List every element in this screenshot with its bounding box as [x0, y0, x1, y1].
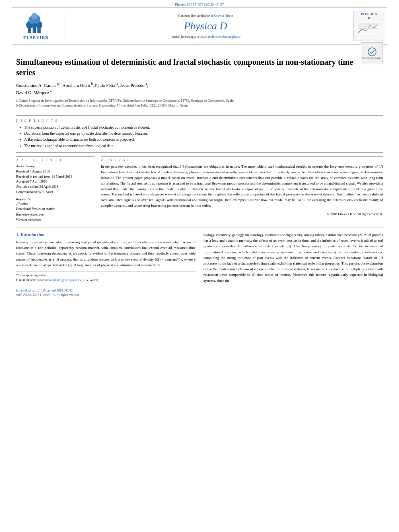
highlight-item-4: The method is applied to economic and ph… [19, 143, 383, 149]
corresponding-author-note: * Corresponding author. [16, 273, 195, 278]
journal-reference: Physica D 374–375 (2018) 45–57 [175, 2, 224, 6]
keyword-2: Fractional Brownian motion [16, 206, 95, 212]
affiliations: a Centro Singular de Investigación en Te… [16, 98, 357, 109]
author-garcia: Constantino A. García a,*, Abraham Otero… [16, 83, 148, 88]
svg-rect-12 [358, 26, 374, 27]
svg-rect-1 [33, 28, 36, 33]
svg-rect-11 [358, 23, 380, 25]
keyword-4: Wavelet transform [16, 217, 95, 223]
abstract-label: A B S T R A C T [101, 158, 383, 162]
issn-text: 0167-2789/© 2018 Elsevier B.V. All right… [16, 293, 80, 297]
intro-para2: biology, chemistry, geology, meteorology… [204, 232, 383, 283]
email-note: E-mail address: constantinoantonio.garci… [16, 278, 195, 283]
svg-rect-13 [358, 28, 378, 29]
section-title: 1. Introduction [16, 232, 195, 237]
affiliation-b: b Department of Information and Communic… [16, 103, 357, 108]
article-info-section: A R T I C L E I N F O Article history: R… [16, 156, 95, 223]
article-info-label: A R T I C L E I N F O [16, 158, 95, 162]
journal-thumbnail: PHYSICA D [353, 11, 385, 41]
affiliation-a: a Centro Singular de Investigación en Te… [16, 98, 357, 103]
journal-homepage-link[interactable]: www.elsevier.com/locate/physd [197, 35, 241, 39]
check-updates-icon [366, 47, 378, 56]
intro-para1: In many physical systems when measuring … [16, 239, 195, 268]
keywords-label: Keywords: [16, 197, 95, 201]
received-date: Received 4 August 2016 [16, 169, 95, 174]
highlights-label: H I G H L I G H T S [16, 119, 383, 123]
elsevier-logo: ELSEVIER [23, 12, 49, 40]
journal-header-right: PHYSICA D [347, 11, 387, 41]
authors: Constantino A. García a,*, Abraham Otero… [16, 82, 357, 97]
contents-line: Contents lists available at ScienceDirec… [178, 14, 233, 18]
intro-para2-text: biology, chemistry, geology, meteorology… [204, 232, 383, 283]
article-info-column: A R T I C L E I N F O Article history: R… [16, 156, 95, 223]
body-col-left: 1. Introduction In many physical systems… [16, 232, 195, 297]
revised-date: Received in revised form 14 March 2018 [16, 174, 95, 179]
copyright-line: © 2018 Elsevier B.V. All rights reserved… [101, 212, 383, 216]
journal-homepage: journal homepage: www.elsevier.com/locat… [171, 35, 241, 39]
svg-point-8 [31, 13, 37, 19]
abstract-column: A B S T R A C T In the past few decades,… [101, 156, 383, 223]
highlight-item-3: A Bayesian technique able to characteriz… [19, 137, 383, 143]
keyword-1: 1/f noise [16, 201, 95, 207]
elsevier-label: ELSEVIER [23, 35, 49, 40]
svg-point-14 [368, 48, 376, 56]
communicated-by: Communicated by T. Sauer [16, 189, 95, 195]
highlights-list: The superimposition of deterministic and… [16, 125, 383, 149]
author-marquez: David G. Márquez a [16, 90, 51, 95]
abstract-section: A B S T R A C T In the past few decades,… [101, 156, 383, 216]
journal-header-left: ELSEVIER [12, 11, 64, 41]
sciencedirect-link[interactable]: ScienceDirect [214, 14, 233, 18]
doi-section: https://doi.org/10.1016/j.physd.2018.04.… [16, 286, 195, 297]
author-email-link[interactable]: constantinoantonio.garcia@usc.es [37, 278, 81, 282]
divider-after-highlights [16, 152, 383, 153]
article-history: Article history: Received 4 August 2016 … [16, 164, 95, 195]
keyword-3: Bayesian estimation [16, 212, 95, 218]
body-two-col: 1. Introduction In many physical systems… [16, 232, 383, 297]
keywords-section: Keywords: 1/f noise Fractional Brownian … [16, 197, 95, 223]
abstract-text: In the past few decades, it has been rec… [101, 164, 383, 209]
highlight-item-1: The superimposition of deterministic and… [19, 125, 383, 131]
check-updates-badge: Check for updates [361, 42, 383, 64]
journal-top-bar: Physica D 374–375 (2018) 45–57 [0, 0, 399, 7]
check-updates-label: Check for updates [362, 56, 381, 59]
divider-after-affiliations [16, 115, 383, 116]
journal-header-center: Contents lists available at ScienceDirec… [64, 11, 347, 41]
footnote-section: * Corresponding author. E-mail address: … [16, 271, 195, 283]
page: Physica D 374–375 (2018) 45–57 ELSEVIER [0, 0, 399, 532]
history-label: Article history: [16, 164, 95, 169]
journal-header: ELSEVIER Contents lists available at Sci… [12, 7, 387, 45]
highlight-item-2: Deviations from the expected energy by s… [19, 131, 383, 137]
keywords-list: 1/f noise Fractional Brownian motion Bay… [16, 201, 95, 223]
highlights-section: H I G H L I G H T S The superimposition … [16, 119, 383, 149]
body-content: 1. Introduction In many physical systems… [16, 228, 383, 297]
introduction-text: In many physical systems when measuring … [16, 239, 195, 268]
accepted-date: Accepted 7 April 2018 [16, 179, 95, 184]
elsevier-tree-icon [24, 12, 48, 34]
article-title: Simultaneous estimation of deterministic… [16, 57, 357, 78]
available-date: Available online 24 April 2018 [16, 184, 95, 189]
body-col-right: biology, chemistry, geology, meteorology… [204, 232, 383, 297]
content: Simultaneous estimation of deterministic… [0, 45, 399, 301]
doi-link[interactable]: https://doi.org/10.1016/j.physd.2018.04.… [16, 289, 73, 292]
journal-name: Physica D [184, 20, 227, 32]
article-info-abstract: A R T I C L E I N F O Article history: R… [16, 156, 383, 223]
